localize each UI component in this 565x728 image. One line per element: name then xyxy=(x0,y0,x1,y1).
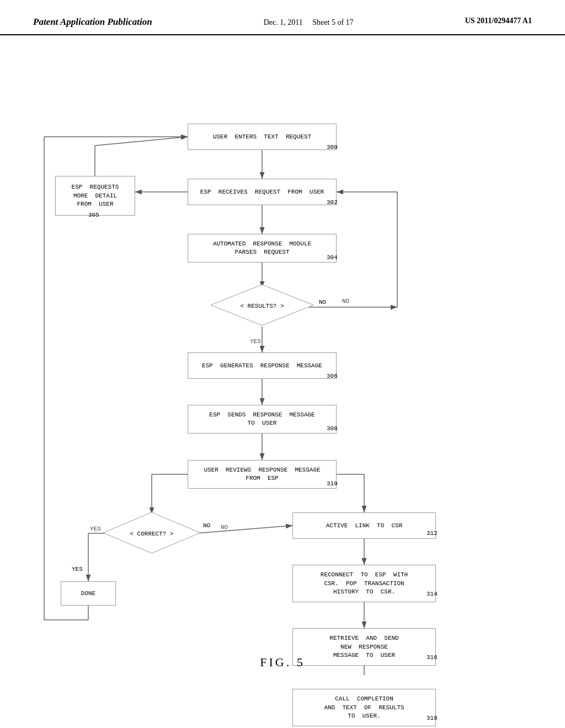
svg-text:YES: YES xyxy=(90,526,101,532)
box-306: ESP GENERATES RESPONSE MESSAGE xyxy=(188,352,337,379)
box-314: RECONNECT TO ESP WITH CSR. POP TRANSACTI… xyxy=(292,565,436,602)
flowchart: YES NO NO YES xyxy=(0,41,565,675)
box-304: AUTOMATED RESPONSE MODULE PARSES REQUEST xyxy=(188,234,337,263)
step-number-314: 314 xyxy=(427,591,438,597)
step-number-308: 308 xyxy=(327,425,338,432)
page: Patent Application Publication Dec. 1, 2… xyxy=(0,0,565,728)
svg-line-16 xyxy=(196,526,292,533)
sheet-info: Sheet 5 of 17 xyxy=(312,18,353,26)
step-number-316: 316 xyxy=(427,654,438,661)
svg-text:YES: YES xyxy=(250,338,261,345)
diamond-correct: < CORRECT? > xyxy=(102,511,201,554)
svg-text:NO: NO xyxy=(342,298,350,304)
step-number-305: 305 xyxy=(88,212,99,218)
step-number-306: 306 xyxy=(327,373,338,379)
box-310: USER REVIEWS RESPONSE MESSAGE FROM ESP xyxy=(188,460,337,489)
svg-text:< CORRECT? >: < CORRECT? > xyxy=(130,531,173,537)
step-number-310: 310 xyxy=(327,480,338,487)
box-316: RETRIEVE AND SEND NEW RESPONSE MESSAGE T… xyxy=(292,628,436,666)
step-number-318: 318 xyxy=(427,715,438,721)
patent-number: US 2011/0294477 A1 xyxy=(465,17,532,25)
svg-text:NO: NO xyxy=(221,524,228,531)
label-no-results: NO xyxy=(319,299,326,306)
page-header: Patent Application Publication Dec. 1, 2… xyxy=(0,0,565,35)
step-number-312: 312 xyxy=(427,530,438,537)
svg-text:< RESULTS? >: < RESULTS? > xyxy=(240,303,284,309)
pub-date: Dec. 1, 2011 xyxy=(264,18,303,26)
label-yes-correct: YES xyxy=(72,566,83,572)
label-no-correct: NO xyxy=(203,522,210,529)
step-number-302: 302 xyxy=(327,199,338,206)
box-302: ESP RECEIVES REQUEST FROM USER xyxy=(188,179,337,205)
svg-line-23 xyxy=(95,137,188,146)
box-305: ESP REQUESTS MORE DETAIL FROM USER xyxy=(55,176,135,216)
box-312: ACTIVE LINK TO CSR xyxy=(292,512,436,539)
publication-title: Patent Application Publication xyxy=(33,17,152,28)
box-318: CALL COMPLETION AND TEXT OF RESULTS TO U… xyxy=(292,689,436,726)
box-300: USER ENTERS TEXT REQUEST xyxy=(188,124,337,150)
step-number-300: 300 xyxy=(327,144,338,151)
box-done: DONE xyxy=(61,581,116,606)
step-number-304: 304 xyxy=(327,254,338,261)
figure-label: FIG. 5 xyxy=(260,655,305,670)
header-meta: Dec. 1, 2011 Sheet 5 of 17 xyxy=(264,17,354,29)
diamond-results: < RESULTS? > xyxy=(210,283,315,326)
box-308: ESP SENDS RESPONSE MESSAGE TO USER xyxy=(188,405,337,433)
